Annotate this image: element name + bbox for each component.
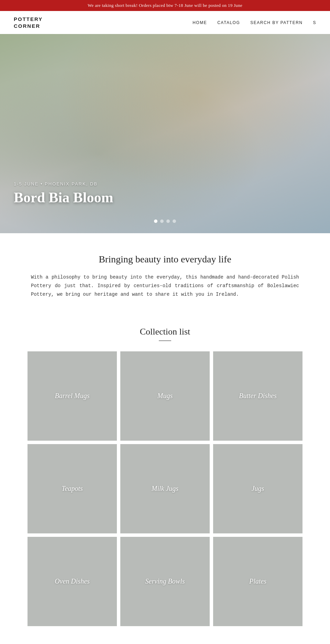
collection-section: Collection list Barrel Mugs Mugs Butter … [0,313,330,640]
collection-item-mugs[interactable]: Mugs [120,351,210,441]
collection-divider [159,340,171,341]
collection-heading: Collection list [28,327,302,337]
hero-content: 1-5 JUNE • PHOENIX PARK, DB Bord Bia Blo… [14,181,113,206]
header: POTTERY CORNER HOME CATALOG SEARCH BY PA… [0,11,330,34]
search-pattern-section: Search by pattern [0,640,330,644]
hero-dots [154,219,176,223]
collection-grid: Barrel Mugs Mugs Butter Dishes Teapots M… [28,351,302,626]
hero-dot-2[interactable] [160,219,164,223]
collection-label-plates: Plates [249,577,266,585]
collection-item-teapots[interactable]: Teapots [28,444,117,533]
collection-label-milk-jugs: Milk Jugs [152,485,178,493]
collection-item-milk-jugs[interactable]: Milk Jugs [120,444,210,533]
banner-text: We are taking short break! Orders placed… [88,3,242,8]
collection-item-oven-dishes[interactable]: Oven Dishes [28,537,117,626]
hero-dot-1[interactable] [154,219,157,223]
hero-section: 1-5 JUNE • PHOENIX PARK, DB Bord Bia Blo… [0,34,330,233]
collection-label-jugs: Jugs [252,485,264,493]
intro-section: Bringing beauty into everyday life With … [0,233,330,313]
nav-catalog[interactable]: CATALOG [217,20,240,25]
nav-home[interactable]: HOME [192,20,207,25]
collection-label-barrel-mugs: Barrel Mugs [55,392,90,400]
hero-dot-3[interactable] [166,219,170,223]
collection-label-serving-bowls: Serving Bowls [145,577,185,585]
hero-dot-4[interactable] [173,219,176,223]
nav-search-by-pattern[interactable]: SEARCH BY PATTERN [250,20,302,25]
logo[interactable]: POTTERY CORNER [14,16,43,29]
main-nav: HOME CATALOG SEARCH BY PATTERN S [192,20,316,25]
collection-item-jugs[interactable]: Jugs [213,444,302,533]
collection-item-serving-bowls[interactable]: Serving Bowls [120,537,210,626]
intro-heading: Bringing beauty into everyday life [28,254,302,265]
intro-body: With a philosophy to bring beauty into t… [31,273,299,299]
collection-item-butter-dishes[interactable]: Butter Dishes [213,351,302,441]
collection-label-mugs: Mugs [157,392,173,400]
nav-s[interactable]: S [313,20,316,25]
hero-title: Bord Bia Bloom [14,189,113,206]
collection-label-teapots: Teapots [62,485,83,493]
collection-label-butter-dishes: Butter Dishes [239,392,276,400]
hero-subtitle: 1-5 JUNE • PHOENIX PARK, DB [14,181,113,187]
collection-item-plates[interactable]: Plates [213,537,302,626]
collection-item-barrel-mugs[interactable]: Barrel Mugs [28,351,117,441]
collection-label-oven-dishes: Oven Dishes [55,577,90,585]
top-banner: We are taking short break! Orders placed… [0,0,330,11]
